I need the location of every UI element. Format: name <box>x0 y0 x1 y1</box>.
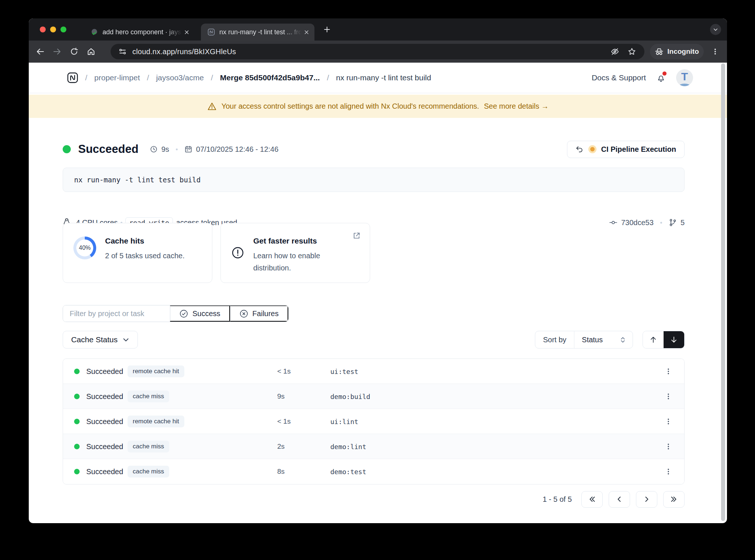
zoom-window-button[interactable] <box>60 27 66 32</box>
breadcrumb: / proper-limpet / jaysoo3/acme / Merge 8… <box>67 72 431 83</box>
filter-success-button[interactable]: Success <box>170 305 230 322</box>
new-tab-button[interactable] <box>322 24 332 35</box>
commit-sha[interactable]: 730dce53 <box>621 218 654 227</box>
breadcrumb-separator: / <box>211 73 213 82</box>
filter-failures-button[interactable]: Failures <box>230 305 288 322</box>
tab-search-chevron-button[interactable] <box>710 24 721 35</box>
cache-badge: remote cache hit <box>128 416 184 427</box>
info-icon <box>231 246 244 259</box>
task-row[interactable]: Succeeded cache miss 2s demo:lint <box>63 434 684 459</box>
run-duration: 9s <box>161 145 169 154</box>
cache-hits-card: 40% Cache hits 2 of 5 tasks used cache. <box>63 223 212 283</box>
row-task-name[interactable]: demo:test <box>330 468 366 476</box>
distribution-card[interactable]: Get faster results Learn how to enable d… <box>220 223 370 283</box>
row-task-name[interactable]: ui:lint <box>330 417 358 425</box>
commit-icon <box>609 218 617 227</box>
status-dot <box>63 145 71 153</box>
cache-status-label: Cache Status <box>71 335 118 344</box>
cache-badge: cache miss <box>128 441 169 452</box>
dot-separator <box>176 148 178 150</box>
row-menu-button[interactable] <box>662 390 675 403</box>
row-duration: 8s <box>277 468 285 476</box>
row-task-name[interactable]: demo:lint <box>330 442 366 450</box>
sort-group: Sort by Status <box>535 331 633 349</box>
breadcrumb-commit[interactable]: Merge 85d500f42d5a9b47... <box>220 73 320 82</box>
row-menu-button[interactable] <box>662 415 675 428</box>
breadcrumb-repo[interactable]: jaysoo3/acme <box>156 73 204 82</box>
run-command-box: nx run-many -t lint test build <box>63 168 685 192</box>
cache-badge: cache miss <box>128 391 169 402</box>
run-command: nx run-many -t lint test build <box>74 176 201 184</box>
user-avatar[interactable]: T <box>676 69 693 86</box>
cache-badge: cache miss <box>128 466 169 477</box>
task-row[interactable]: Succeeded remote cache hit < 1s ui:test <box>63 359 684 384</box>
row-task-name[interactable]: demo:build <box>330 392 370 400</box>
sort-ascending-button[interactable] <box>643 331 664 348</box>
close-tab-icon[interactable] <box>184 29 189 35</box>
close-window-button[interactable] <box>40 27 46 32</box>
branch-count[interactable]: 5 <box>681 218 685 227</box>
calendar-icon <box>184 145 192 153</box>
minimize-window-button[interactable] <box>50 27 56 32</box>
forward-button[interactable] <box>49 43 66 60</box>
row-status: Succeeded <box>86 468 123 476</box>
docs-support-link[interactable]: Docs & Support <box>592 73 646 82</box>
filter-success-label: Success <box>192 309 220 318</box>
app-header: / proper-limpet / jaysoo3/acme / Merge 8… <box>29 63 727 93</box>
home-button[interactable] <box>83 43 100 60</box>
tab-title: add hero component · jaysoo <box>102 28 182 36</box>
url-text[interactable]: cloud.nx.app/runs/BkIXGHleUs <box>132 48 610 56</box>
success-dot <box>74 393 80 399</box>
row-duration: 9s <box>277 392 285 400</box>
row-menu-button[interactable] <box>662 465 675 478</box>
row-status: Succeeded <box>86 442 123 451</box>
github-check-favicon <box>91 28 98 36</box>
notifications-bell-icon[interactable] <box>656 73 666 83</box>
row-duration: 2s <box>277 442 285 451</box>
external-link-icon[interactable] <box>352 231 361 240</box>
task-table: Succeeded remote cache hit < 1s ui:test … <box>63 358 685 484</box>
nx-favicon <box>208 28 215 36</box>
bookmark-star-icon[interactable] <box>627 47 636 56</box>
close-tab-icon[interactable] <box>304 29 309 35</box>
pagination-label: 1 - 5 of 5 <box>543 495 572 504</box>
back-button[interactable] <box>32 43 49 60</box>
cache-status-dropdown[interactable]: Cache Status <box>63 331 138 349</box>
ci-pipeline-execution-button[interactable]: CI Pipeline Execution <box>567 141 685 158</box>
reload-button[interactable] <box>66 43 83 60</box>
sort-descending-button[interactable] <box>664 331 684 348</box>
row-task-name[interactable]: ui:test <box>330 367 358 375</box>
breadcrumb-run[interactable]: nx run-many -t lint test build <box>336 73 431 82</box>
tab-nx-run[interactable]: nx run-many -t lint test ... fro <box>201 24 314 41</box>
row-menu-button[interactable] <box>662 365 675 378</box>
distribution-card-body[interactable]: Learn how to enable distribution. <box>253 250 345 274</box>
sort-select[interactable]: Status <box>574 336 633 344</box>
task-row[interactable]: Succeeded cache miss 8s demo:test <box>63 459 684 484</box>
row-menu-button[interactable] <box>662 440 675 453</box>
pipeline-label: CI Pipeline Execution <box>601 145 676 154</box>
next-page-button[interactable] <box>636 491 657 508</box>
warning-triangle-icon <box>207 102 217 111</box>
success-dot <box>74 419 80 424</box>
site-settings-icon[interactable] <box>119 48 126 55</box>
filter-input[interactable] <box>63 305 170 322</box>
prev-page-button[interactable] <box>609 491 630 508</box>
breadcrumb-workspace[interactable]: proper-limpet <box>94 73 140 82</box>
incognito-label: Incognito <box>667 48 699 56</box>
privacy-eye-off-icon[interactable] <box>610 47 619 56</box>
last-page-button[interactable] <box>663 491 685 508</box>
browser-menu-button[interactable] <box>709 46 721 57</box>
banner-details-link[interactable]: See more details → <box>484 102 549 111</box>
distribution-card-title: Get faster results <box>253 237 345 245</box>
row-status: Succeeded <box>86 417 123 426</box>
task-row[interactable]: Succeeded cache miss 9s demo:build <box>63 384 684 409</box>
access-control-banner: Your access control settings are not ali… <box>29 95 727 118</box>
url-bar[interactable]: cloud.nx.app/runs/BkIXGHleUs <box>111 44 644 59</box>
run-timerange: 07/10/2025 12:46 - 12:46 <box>196 145 279 154</box>
page-scrollbar[interactable] <box>721 63 725 521</box>
undo-icon <box>575 145 584 153</box>
task-row[interactable]: Succeeded remote cache hit < 1s ui:lint <box>63 409 684 434</box>
tab-github-pr[interactable]: add hero component · jaysoo <box>84 24 195 41</box>
nx-logo[interactable] <box>67 72 78 83</box>
first-page-button[interactable] <box>581 491 603 508</box>
